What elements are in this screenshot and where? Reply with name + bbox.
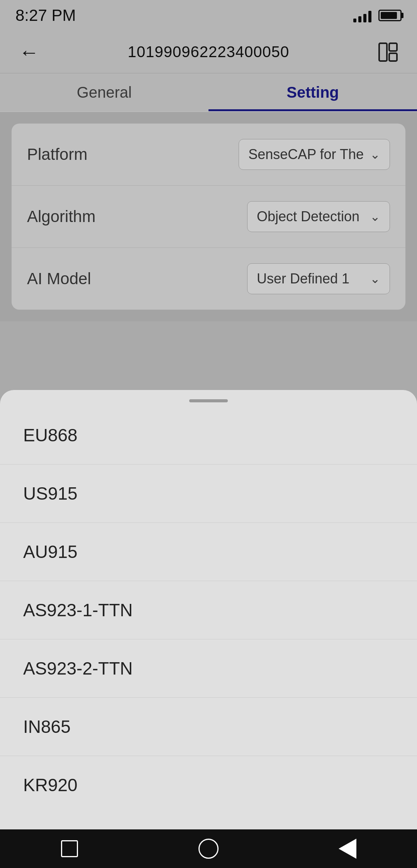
list-item[interactable]: AS923-1-TTN xyxy=(0,581,417,639)
settings-card: Platform SenseCAP for The ⌄ Algorithm Ob… xyxy=(12,124,405,310)
status-time: 8:27 PM xyxy=(15,6,76,25)
battery-icon: 96 xyxy=(378,10,402,21)
platform-value: SenseCAP for The xyxy=(248,146,364,163)
nav-triangle-icon xyxy=(339,839,356,859)
sheet-handle-bar xyxy=(0,390,417,406)
layout-icon[interactable] xyxy=(375,39,402,66)
nav-back-button[interactable] xyxy=(332,833,363,864)
sheet-handle xyxy=(189,399,228,402)
list-item[interactable]: IN865 xyxy=(0,698,417,756)
back-button[interactable]: ← xyxy=(15,39,42,66)
header: ← 101990962223400050 xyxy=(0,31,417,73)
svg-rect-0 xyxy=(379,43,387,61)
ai-model-dropdown[interactable]: User Defined 1 ⌄ xyxy=(247,263,390,294)
algorithm-label: Algorithm xyxy=(27,207,95,226)
tab-general[interactable]: General xyxy=(0,73,208,111)
ai-model-chevron-icon: ⌄ xyxy=(370,271,380,286)
list-item[interactable]: EU868 xyxy=(0,406,417,465)
platform-row: Platform SenseCAP for The ⌄ xyxy=(12,124,405,186)
list-item[interactable]: KR920 xyxy=(0,756,417,814)
svg-rect-1 xyxy=(389,43,397,51)
svg-rect-2 xyxy=(389,53,397,61)
settings-content: Platform SenseCAP for The ⌄ Algorithm Ob… xyxy=(0,112,417,321)
bottom-sheet: EU868 US915 AU915 AS923-1-TTN AS923-2-TT… xyxy=(0,390,417,829)
list-item[interactable]: AU915 xyxy=(0,523,417,581)
algorithm-dropdown[interactable]: Object Detection ⌄ xyxy=(247,201,390,232)
status-icons: 96 xyxy=(353,8,402,22)
list-item[interactable]: AS923-2-TTN xyxy=(0,639,417,698)
status-bar: 8:27 PM 96 xyxy=(0,0,417,31)
platform-label: Platform xyxy=(27,145,87,164)
nav-home-button[interactable] xyxy=(193,833,224,864)
tabs: General Setting xyxy=(0,73,417,112)
list-item[interactable]: US915 xyxy=(0,465,417,523)
algorithm-value: Object Detection xyxy=(257,209,359,225)
nav-circle-icon xyxy=(198,839,219,859)
ai-model-value: User Defined 1 xyxy=(257,271,349,287)
algorithm-chevron-icon: ⌄ xyxy=(370,209,380,224)
nav-bar xyxy=(0,829,417,868)
ai-model-row: AI Model User Defined 1 ⌄ xyxy=(12,248,405,310)
signal-icon xyxy=(353,8,371,22)
nav-square-icon xyxy=(61,840,78,857)
algorithm-row: Algorithm Object Detection ⌄ xyxy=(12,186,405,248)
back-arrow-icon: ← xyxy=(19,41,39,64)
tab-setting[interactable]: Setting xyxy=(208,73,417,111)
platform-chevron-icon: ⌄ xyxy=(370,147,380,162)
nav-square-button[interactable] xyxy=(54,833,85,864)
ai-model-label: AI Model xyxy=(27,270,91,288)
platform-dropdown[interactable]: SenseCAP for The ⌄ xyxy=(239,139,390,170)
header-title: 101990962223400050 xyxy=(128,43,289,61)
